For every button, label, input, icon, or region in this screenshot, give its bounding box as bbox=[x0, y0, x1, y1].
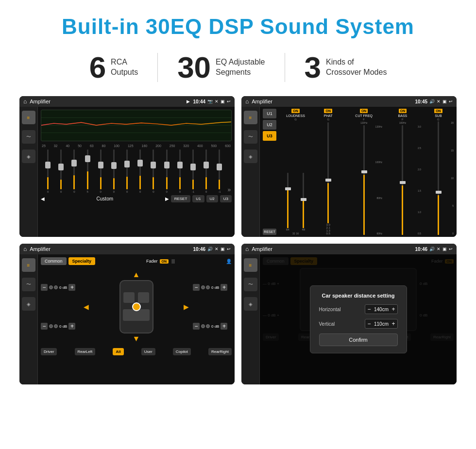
eq-slider-1[interactable]: 0 bbox=[42, 150, 54, 193]
vol-icon-fader[interactable]: 🔊 bbox=[207, 247, 213, 251]
fader-left-control-2: − 0 dB + bbox=[41, 323, 80, 330]
fader-left-value-1: 0 dB bbox=[59, 285, 67, 290]
eq-slider-2[interactable]: 0 bbox=[55, 150, 67, 193]
back-icon-dsp[interactable]: ↩ bbox=[449, 99, 453, 104]
fader-right-plus-1[interactable]: + bbox=[221, 284, 227, 291]
eq-u1-button[interactable]: U1 bbox=[192, 195, 204, 202]
eq-slider-6[interactable]: 0 bbox=[108, 150, 120, 193]
eq-slider-11[interactable]: 0 bbox=[174, 150, 186, 193]
dialog-horizontal-label: Horizontal bbox=[319, 307, 341, 312]
fader-arrow-up[interactable]: ▲ bbox=[133, 270, 140, 279]
vol-icon-distance[interactable]: 🔊 bbox=[429, 247, 435, 251]
fader-btn-copilot[interactable]: Copilot bbox=[173, 348, 191, 355]
window-icon-fader[interactable]: ▣ bbox=[221, 247, 225, 251]
fader-left-minus-2[interactable]: − bbox=[41, 323, 48, 330]
eq-reset-button[interactable]: RESET bbox=[171, 195, 191, 202]
fader-left-plus-2[interactable]: + bbox=[68, 323, 75, 330]
eq-u2-button[interactable]: U2 bbox=[206, 195, 218, 202]
stat-rca-text2: Outputs bbox=[111, 67, 138, 78]
eq-slider-8[interactable]: 0 bbox=[134, 150, 146, 193]
eq-slider-4[interactable]: 5 bbox=[82, 150, 94, 193]
dsp-reset-button[interactable]: RESET bbox=[263, 229, 276, 235]
dialog-vertical-minus[interactable]: − bbox=[367, 320, 371, 327]
dialog-confirm-button[interactable]: Confirm bbox=[319, 333, 398, 346]
dialog-horizontal-minus[interactable]: − bbox=[367, 306, 371, 313]
eq-slider-3[interactable]: 0 bbox=[68, 150, 80, 193]
fader-btn-all[interactable]: All bbox=[113, 348, 123, 355]
back-icon-fader[interactable]: ↩ bbox=[227, 247, 231, 251]
eq-slider-13[interactable]: 0 bbox=[200, 150, 212, 193]
freq-200: 200 bbox=[155, 144, 161, 148]
fader-right-plus-2[interactable]: + bbox=[221, 323, 227, 330]
dsp-channel-cutfreq: ON CUT FREQ F 120Hz 120Hz bbox=[345, 109, 382, 235]
fader-btn-rearright[interactable]: RearRight bbox=[208, 348, 232, 355]
back-icon-distance[interactable]: ↩ bbox=[449, 247, 453, 251]
eq-prev-button[interactable]: ◀ bbox=[41, 196, 45, 201]
fader-right-minus-1[interactable]: − bbox=[193, 284, 200, 291]
status-bar-distance: ⌂ Amplifier 10:46 🔊 ✕ ▣ ↩ bbox=[241, 244, 457, 254]
eq-screen-content: ≡ 〜 ◈ bbox=[19, 107, 235, 237]
home-icon-dsp[interactable]: ⌂ bbox=[245, 98, 249, 105]
x-icon-eq[interactable]: ✕ bbox=[215, 99, 219, 104]
fader-arrow-right[interactable]: ▶ bbox=[184, 303, 189, 311]
expand-arrow[interactable]: » bbox=[227, 186, 231, 193]
x-icon-fader[interactable]: ✕ bbox=[215, 247, 219, 251]
home-icon-distance[interactable]: ⌂ bbox=[245, 246, 249, 252]
fader-tab-specialty[interactable]: Specialty bbox=[68, 257, 96, 265]
home-icon-fader[interactable]: ⌂ bbox=[23, 246, 27, 252]
distance-side-btn-eq[interactable]: ≡ bbox=[244, 258, 257, 272]
screen-eq: ⌂ Amplifier ▶ 10:44 📷 ✕ ▣ ↩ ≡ 〜 ◈ bbox=[19, 96, 235, 237]
dsp-side-btn-eq[interactable]: ≡ bbox=[244, 111, 257, 124]
eq-slider-7[interactable]: 0 bbox=[121, 150, 133, 193]
status-bar-eq: ⌂ Amplifier ▶ 10:44 📷 ✕ ▣ ↩ bbox=[19, 96, 235, 107]
eq-side-btn-wave[interactable]: 〜 bbox=[22, 130, 35, 144]
fader-arrow-left[interactable]: ◀ bbox=[84, 303, 89, 311]
dialog-vertical-plus[interactable]: + bbox=[391, 320, 395, 327]
fader-left-plus-1[interactable]: + bbox=[68, 284, 75, 291]
fader-side-btn-eq[interactable]: ≡ bbox=[22, 258, 35, 272]
dsp-side-btn-wave[interactable]: 〜 bbox=[244, 130, 257, 144]
dsp-preset-u2[interactable]: U2 bbox=[263, 120, 276, 130]
speaker-dot-6 bbox=[206, 285, 210, 289]
eq-slider-5[interactable]: 0 bbox=[95, 150, 107, 193]
fader-btn-user[interactable]: User bbox=[141, 348, 155, 355]
x-icon-dsp[interactable]: ✕ bbox=[437, 99, 441, 104]
eq-u3-button[interactable]: U3 bbox=[220, 195, 232, 202]
dialog-horizontal-value: 140cm bbox=[373, 307, 390, 312]
fader-side-btn-vol[interactable]: ◈ bbox=[22, 297, 35, 311]
dsp-main-area: U1 U2 U3 RESET ON LOUDNESS G bbox=[260, 107, 457, 237]
dsp-preset-u3[interactable]: U3 bbox=[263, 131, 276, 141]
distance-side-btn-wave[interactable]: 〜 bbox=[244, 278, 257, 291]
home-icon-eq[interactable]: ⌂ bbox=[23, 98, 27, 105]
loudness-label: LOUDNESS bbox=[286, 114, 305, 117]
play-icon-eq: ▶ bbox=[187, 99, 190, 104]
fader-btn-rearleft[interactable]: RearLeft bbox=[75, 348, 96, 355]
fader-side-btn-wave[interactable]: 〜 bbox=[22, 278, 35, 291]
eq-slider-14[interactable]: -1 bbox=[213, 150, 225, 193]
fader-tab-common[interactable]: Common bbox=[41, 257, 67, 265]
dsp-preset-u1[interactable]: U1 bbox=[263, 109, 276, 118]
distance-side-btn-vol[interactable]: ◈ bbox=[244, 297, 257, 311]
fader-left-minus-1[interactable]: − bbox=[41, 284, 48, 291]
dsp-side-btn-vol[interactable]: ◈ bbox=[244, 150, 257, 163]
x-icon-distance[interactable]: ✕ bbox=[437, 247, 441, 251]
vol-icon-dsp[interactable]: 🔊 bbox=[429, 99, 435, 104]
window-icon-distance[interactable]: ▣ bbox=[442, 247, 447, 251]
eq-slider-12[interactable]: -1 bbox=[187, 150, 199, 193]
fader-crosshair-knob[interactable] bbox=[132, 302, 141, 311]
window-icon-eq[interactable]: ▣ bbox=[221, 99, 225, 104]
fader-seat-fr bbox=[138, 292, 149, 302]
dialog-horizontal-plus[interactable]: + bbox=[391, 306, 395, 313]
eq-slider-9[interactable]: 0 bbox=[147, 150, 159, 193]
fader-user-icon[interactable]: 👤 bbox=[226, 259, 232, 264]
eq-side-btn-eq[interactable]: ≡ bbox=[22, 111, 35, 124]
fader-arrow-down[interactable]: ▼ bbox=[133, 334, 140, 343]
eq-slider-10[interactable]: 0 bbox=[161, 150, 173, 193]
window-icon-dsp[interactable]: ▣ bbox=[442, 99, 447, 104]
eq-side-btn-vol[interactable]: ◈ bbox=[22, 150, 35, 163]
fader-right-minus-2[interactable]: − bbox=[193, 323, 200, 330]
fader-btn-driver[interactable]: Driver bbox=[41, 348, 57, 355]
fader-left-speakers-1 bbox=[49, 285, 58, 289]
back-icon-eq[interactable]: ↩ bbox=[227, 99, 231, 104]
eq-next-button[interactable]: ▶ bbox=[165, 196, 169, 201]
